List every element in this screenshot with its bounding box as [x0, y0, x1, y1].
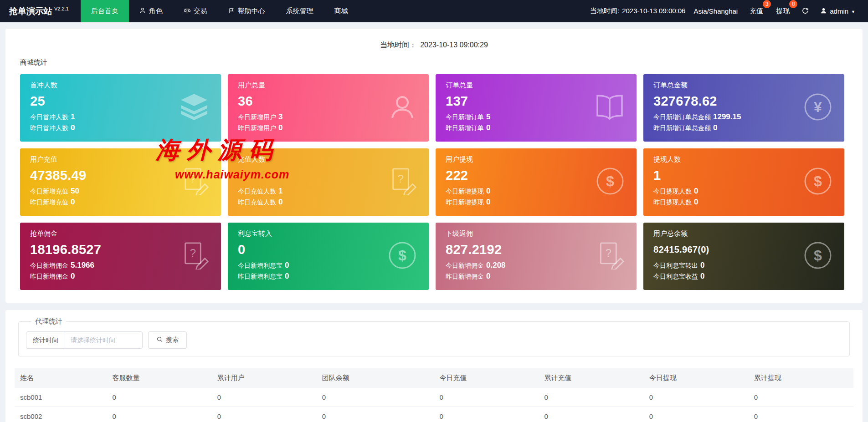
card-subline-value: 0	[71, 272, 75, 280]
recharge-button[interactable]: 充值 3	[749, 6, 764, 16]
table-cell: 0	[644, 407, 749, 422]
svg-text:?: ?	[190, 247, 196, 259]
card-subline-value: 5.1966	[71, 261, 94, 269]
card-user-total-balance: 用户总余额 82415.967(0) 今日利息宝转出0 今日利息宝收益0 $	[643, 223, 844, 290]
svg-text:$: $	[814, 173, 822, 189]
menu-item-dashboard[interactable]: 后台首页	[81, 0, 129, 22]
card-title: 用户总余额	[653, 229, 834, 238]
menu-item-label: 商城	[334, 7, 348, 15]
withdraw-button[interactable]: 提现 0	[775, 6, 791, 16]
card-lixibao-in: 利息宝转入 0 今日新增利息宝0 昨日新增利息宝0 $	[228, 223, 429, 290]
search-button-label: 搜索	[166, 336, 179, 344]
table-cell: 0	[107, 407, 212, 422]
refresh-button[interactable]	[801, 7, 809, 16]
table-cell: 0	[212, 388, 317, 407]
card-subline-label: 昨日提现人数	[653, 198, 692, 206]
table-cell: scb001	[15, 388, 107, 407]
card-subline-label: 昨日充值人数	[238, 198, 276, 206]
card-subline-value: 0	[486, 187, 490, 195]
table-row: scb001 0 0 0 0 0 0 0	[15, 388, 853, 407]
card-title: 订单总金额	[653, 81, 834, 90]
person-icon	[139, 7, 146, 15]
refresh-icon	[801, 7, 809, 16]
card-subline-label: 今日充值人数	[238, 188, 276, 195]
card-subline-label: 今日首冲人数	[30, 113, 68, 121]
menu-item-mall[interactable]: 商城	[324, 0, 359, 22]
card-subline-value: 0	[694, 187, 698, 195]
card-user-recharge: 用户充值 47385.49 今日新增充值50 昨日新增充值0 ?	[20, 148, 221, 216]
panel-time-value: 2023-10-13 09:00:29	[420, 41, 488, 49]
local-time-value: 2023-10-13 09:00:06	[622, 7, 685, 15]
svg-text:¥: ¥	[814, 99, 822, 115]
card-subline: 昨日新增佣金0	[446, 271, 627, 282]
recharge-label: 充值	[750, 7, 763, 15]
card-subline-value: 0	[486, 198, 490, 206]
menu-item-system[interactable]: 系统管理	[276, 0, 324, 22]
admin-menu[interactable]: admin ▼	[820, 7, 855, 15]
card-subline-label: 昨日新增提现	[446, 198, 484, 206]
svg-text:?: ?	[398, 173, 404, 185]
card-title: 用户总量	[238, 81, 419, 90]
menu-item-help-center[interactable]: 帮助中心	[218, 0, 276, 22]
section-title: 商城统计	[5, 58, 863, 74]
card-subline-value: 0	[71, 198, 75, 206]
card-title: 用户充值	[30, 155, 211, 164]
stat-time-input[interactable]	[65, 331, 143, 349]
withdraw-badge: 0	[789, 0, 797, 8]
table-cell: 0	[749, 388, 853, 407]
user-icon	[820, 7, 827, 15]
contract-icon: ?	[597, 241, 625, 271]
card-subline-value: 1299.15	[713, 112, 741, 121]
card-subline-label: 今日新增利息宝	[238, 262, 282, 269]
stats-panel: 当地时间：2023-10-13 09:00:29 商城统计 首冲人数 25 今日…	[5, 29, 863, 303]
card-subline-label: 昨日新增订单总金额	[653, 124, 711, 132]
card-subline-value: 0	[486, 272, 490, 280]
table-header: 今日充值	[434, 368, 539, 388]
card-subline: 昨日新增充值0	[30, 197, 211, 208]
table-header: 团队余额	[317, 368, 434, 388]
card-total-users: 用户总量 36 今日新增用户3 昨日新增用户0	[228, 74, 429, 142]
svg-text:$: $	[814, 247, 822, 264]
chevron-down-icon: ▼	[851, 10, 855, 14]
dollar-icon: $	[803, 241, 832, 272]
card-title: 首冲人数	[30, 81, 211, 90]
table-cell: 0	[644, 388, 749, 407]
main-menu: 后台首页 角色 交易 帮助中心 系统管理 商城	[81, 0, 359, 22]
table-cell: 0	[434, 407, 539, 422]
card-subline-value: 3	[278, 112, 282, 121]
brand-title: 抢单演示站	[9, 5, 52, 17]
card-subline-value: 0	[700, 261, 704, 269]
card-title: 抢单佣金	[30, 229, 211, 238]
table-cell: 0	[317, 388, 434, 407]
card-subline-label: 今日利息宝收益	[653, 273, 698, 280]
card-subline: 昨日提现人数0	[653, 197, 834, 208]
card-subline-label: 今日提现人数	[653, 188, 692, 195]
table-row: scb002 0 0 0 0 0 0 0	[15, 407, 853, 422]
card-subline-label: 昨日新增订单	[446, 124, 484, 132]
card-subline-value: 50	[71, 187, 79, 195]
menu-item-transactions[interactable]: 交易	[173, 0, 218, 22]
layers-icon	[179, 93, 209, 123]
card-title: 用户提现	[446, 155, 627, 164]
card-subline-label: 昨日新增用户	[238, 124, 276, 132]
card-total-orders: 订单总量 137 今日新增订单5 昨日新增订单0	[436, 74, 637, 142]
local-time: 当地时间: 2023-10-13 09:00:06	[590, 7, 685, 15]
agent-filter-fieldset: 代理统计 统计时间 搜索	[18, 317, 850, 356]
panel-time-label: 当地时间：	[380, 41, 416, 49]
card-subline-value: 0.208	[486, 261, 506, 269]
agent-legend: 代理统计	[31, 317, 66, 326]
card-withdraw-user-count: 提现人数 1 今日提现人数0 昨日提现人数0 $	[643, 148, 844, 216]
search-button[interactable]: 搜索	[148, 331, 187, 349]
user-icon	[388, 92, 417, 123]
table-header: 今日提现	[644, 368, 749, 388]
card-subline: 昨日新增利息宝0	[238, 271, 419, 282]
dollar-icon: $	[388, 241, 417, 272]
menu-item-roles[interactable]: 角色	[129, 0, 173, 22]
stats-cards-grid: 首冲人数 25 今日首冲人数1 昨日首冲人数0 用户总量 36 今日新增用户3 …	[5, 74, 863, 290]
card-subline-value: 0	[285, 261, 289, 269]
stat-time-label: 统计时间	[26, 331, 65, 349]
search-icon	[156, 336, 163, 344]
dollar-icon: $	[803, 167, 832, 198]
table-cell: 0	[107, 388, 212, 407]
card-subline-value: 0	[713, 123, 717, 132]
